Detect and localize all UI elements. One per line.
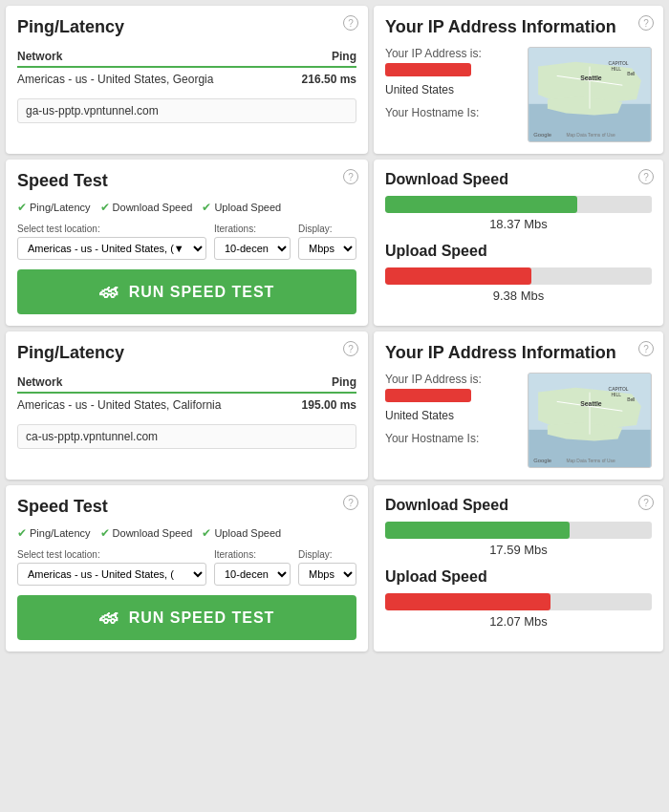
- svg-text:Map Data  Terms of Use: Map Data Terms of Use: [567, 459, 616, 463]
- ip-row-2: Your IP Address is: United States Your H…: [385, 373, 652, 468]
- ip-redacted-2: [385, 389, 471, 402]
- check-label-download-2: Download Speed: [113, 527, 193, 539]
- check-label-upload-1: Upload Speed: [214, 202, 281, 213]
- info-icon-st-1[interactable]: ?: [343, 169, 358, 184]
- location-select-2[interactable]: Americas - us - United States, (: [17, 563, 206, 586]
- svg-text:Seattle: Seattle: [580, 75, 602, 81]
- download-bar-fill-2: [385, 522, 570, 539]
- check-upload-1: ✔ Upload Speed: [202, 201, 281, 214]
- ping-title-1: Ping/Latency: [17, 17, 356, 37]
- iterations-group-1: Iterations: 10-decen: [214, 224, 291, 260]
- check-upload-2: ✔ Upload Speed: [202, 526, 281, 540]
- display-label-2: Display:: [298, 549, 356, 560]
- ip-card-2: ? Your IP Address Information Your IP Ad…: [374, 331, 663, 480]
- upload-value-2: 12.07 Mbs: [385, 614, 652, 629]
- run-speed-test-button-1[interactable]: 🏎 RUN SPEED TEST: [17, 269, 356, 314]
- check-label-upload-2: Upload Speed: [214, 527, 281, 539]
- svg-text:HILL: HILL: [612, 67, 622, 72]
- ip-info-1: Your IP Address is: United States Your H…: [385, 47, 518, 119]
- run-speed-test-button-2[interactable]: 🏎 RUN SPEED TEST: [17, 595, 356, 640]
- speed-test-card-1: ? Speed Test ✔ Ping/Latency ✔ Download S…: [6, 160, 368, 326]
- ip-title-2: Your IP Address Information: [385, 343, 652, 363]
- iterations-label-2: Iterations:: [214, 549, 291, 560]
- upload-bar-container-1: [385, 267, 652, 285]
- location-group-1: Select test location: Americas - us - Un…: [17, 224, 206, 260]
- info-icon-sr-2[interactable]: ?: [638, 495, 654, 510]
- display-group-1: Display: Mbps: [298, 224, 356, 260]
- col-network-1: Network: [17, 47, 282, 67]
- svg-text:Bell: Bell: [627, 72, 635, 76]
- info-icon-1[interactable]: ?: [343, 15, 358, 31]
- run-button-label-1: RUN SPEED TEST: [129, 284, 275, 301]
- info-icon-2[interactable]: ?: [343, 341, 358, 356]
- network-name-2: Americas - us - United States, Californi…: [17, 393, 285, 417]
- info-icon-sr-1[interactable]: ?: [638, 169, 654, 184]
- hostname-label-1: Your Hostname Is:: [385, 106, 518, 119]
- display-label-1: Display:: [298, 224, 356, 234]
- network-name-1: Americas - us - United States, Georgia: [17, 67, 282, 91]
- ip-country-2: United States: [385, 409, 518, 422]
- table-row: Americas - us - United States, Georgia 2…: [17, 67, 356, 91]
- ip-country-1: United States: [385, 83, 518, 96]
- iterations-select-2[interactable]: 10-decen: [214, 563, 291, 586]
- check-icon-download-2: ✔: [100, 526, 110, 540]
- svg-text:Google: Google: [533, 132, 551, 138]
- speed-test-title-2: Speed Test: [17, 497, 356, 517]
- check-icon-upload-1: ✔: [202, 201, 211, 214]
- check-icon-ping-2: ✔: [17, 526, 27, 540]
- ping-table-2: Network Ping Americas - us - United Stat…: [17, 373, 356, 417]
- display-select-1[interactable]: Mbps: [298, 237, 356, 260]
- check-label-download-1: Download Speed: [113, 202, 193, 213]
- download-value-1: 18.37 Mbs: [385, 217, 652, 231]
- location-select-1[interactable]: Americas - us - United States, (▼: [17, 237, 206, 260]
- svg-text:Bell: Bell: [627, 397, 635, 402]
- svg-text:CAPITOL: CAPITOL: [609, 387, 629, 392]
- map-container-1: Seattle CAPITOL HILL Bell Google Map Dat…: [528, 47, 652, 142]
- hostname-2: ca-us-pptp.vpntunnel.com: [17, 424, 356, 449]
- iterations-select-1[interactable]: 10-decen: [214, 237, 291, 260]
- col-ping-2: Ping: [285, 373, 356, 393]
- check-icon-download-1: ✔: [100, 201, 110, 214]
- svg-text:Google: Google: [533, 458, 551, 463]
- download-value-2: 17.59 Mbs: [385, 543, 652, 557]
- info-icon-ip-2[interactable]: ?: [638, 341, 654, 356]
- upload-value-1: 9.38 Mbs: [385, 288, 652, 303]
- check-icon-upload-2: ✔: [202, 526, 211, 540]
- upload-bar-fill-1: [385, 267, 531, 285]
- ip-info-2: Your IP Address is: United States Your H…: [385, 373, 518, 445]
- ping-table-1: Network Ping Americas - us - United Stat…: [17, 47, 356, 91]
- download-bar-container-2: [385, 522, 652, 539]
- upload-title-1: Upload Speed: [385, 243, 652, 260]
- col-ping-1: Ping: [282, 47, 356, 67]
- speed-result-card-2: ? Download Speed 17.59 Mbs Upload Speed …: [374, 485, 663, 652]
- run-button-label-2: RUN SPEED TEST: [129, 609, 275, 627]
- ip-row-1: Your IP Address is: United States Your H…: [385, 47, 652, 142]
- speed-checks-1: ✔ Ping/Latency ✔ Download Speed ✔ Upload…: [17, 201, 356, 214]
- speed-result-card-1: ? Download Speed 18.37 Mbs Upload Speed …: [374, 160, 663, 326]
- svg-text:Seattle: Seattle: [580, 400, 602, 407]
- table-row: Americas - us - United States, Californi…: [17, 393, 356, 417]
- col-network-2: Network: [17, 373, 285, 393]
- check-ping-2: ✔ Ping/Latency: [17, 526, 91, 540]
- info-icon-ip-1[interactable]: ?: [638, 15, 654, 31]
- iterations-group-2: Iterations: 10-decen: [214, 549, 291, 586]
- upload-bar-container-2: [385, 593, 652, 610]
- check-download-1: ✔ Download Speed: [100, 201, 193, 214]
- display-select-2[interactable]: Mbps: [298, 563, 356, 586]
- location-label-1: Select test location:: [17, 224, 206, 234]
- check-label-ping-1: Ping/Latency: [30, 202, 91, 213]
- svg-text:CAPITOL: CAPITOL: [609, 61, 629, 66]
- info-icon-st-2[interactable]: ?: [343, 495, 358, 510]
- download-title-2: Download Speed: [385, 497, 652, 514]
- ip-redacted-1: [385, 63, 471, 76]
- ping-value-1: 216.50 ms: [282, 67, 356, 91]
- hostname-1: ga-us-pptp.vpntunnel.com: [17, 98, 356, 123]
- hostname-label-2: Your Hostname Is:: [385, 432, 518, 445]
- download-bar-container-1: [385, 196, 652, 213]
- svg-text:HILL: HILL: [612, 393, 622, 397]
- upload-title-2: Upload Speed: [385, 568, 652, 586]
- check-label-ping-2: Ping/Latency: [30, 527, 91, 539]
- ip-label-2: Your IP Address is:: [385, 373, 518, 386]
- ping-latency-card-2: ? Ping/Latency Network Ping Americas - u…: [6, 331, 368, 480]
- download-title-1: Download Speed: [385, 171, 652, 188]
